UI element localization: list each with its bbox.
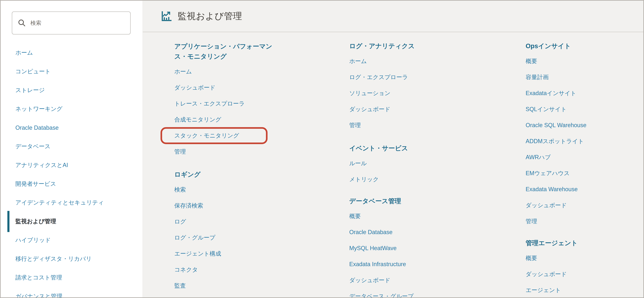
- menu-item[interactable]: SQLインサイト: [526, 101, 644, 117]
- menu-item[interactable]: 合成モニタリング: [174, 112, 281, 128]
- search-icon: [18, 19, 26, 27]
- menu-item[interactable]: ダッシュボード: [526, 197, 644, 213]
- menu-item[interactable]: 検索: [174, 182, 281, 198]
- menu-item-label: 概要: [526, 57, 537, 65]
- sidebar-item-3[interactable]: ストレージ: [1, 81, 142, 100]
- menu-item[interactable]: MySQL HeatWave: [349, 240, 471, 256]
- sidebar-item-5[interactable]: Oracle Database: [1, 118, 142, 137]
- menu-item[interactable]: Oracle SQL Warehouse: [526, 117, 644, 133]
- section-title[interactable]: 管理エージェント: [526, 236, 644, 250]
- menu-item-label: ホーム: [349, 57, 367, 65]
- menu-item[interactable]: ダッシュボード: [526, 266, 644, 282]
- menu-item[interactable]: ダッシュボード: [174, 80, 281, 96]
- menu-item[interactable]: 管理: [349, 117, 471, 133]
- menu-item-label: ログ・グループ: [174, 234, 215, 242]
- menu-item[interactable]: 概要: [526, 53, 644, 69]
- section-items: 検索保存済検索ログログ・グループエージェント構成コネクタ監査: [174, 182, 281, 294]
- menu-item[interactable]: Oracle Database: [349, 224, 471, 240]
- section-title[interactable]: Opsインサイト: [526, 39, 644, 53]
- search-input[interactable]: [30, 20, 120, 26]
- menu-item[interactable]: Exadataインサイト: [526, 85, 644, 101]
- menu-column-1: アプリケーション・パフォーマンス・モニタリングホームダッシュボードトレース・エク…: [174, 33, 281, 294]
- menu-item[interactable]: ADDMスポットライト: [526, 133, 644, 149]
- section-title[interactable]: データベース管理: [349, 194, 471, 208]
- sidebar-item-12[interactable]: 移行とディザスタ・リカバリ: [1, 250, 142, 268]
- sidebar-item-8[interactable]: 開発者サービス: [1, 175, 142, 193]
- sidebar: ホームコンピュートストレージネットワーキングOracle Databaseデータ…: [1, 1, 143, 297]
- menu-section: ログ・アナリティクスホームログ・エクスプローラソリューションダッシュボード管理: [349, 39, 471, 133]
- menu-item[interactable]: AWRハブ: [526, 149, 644, 165]
- page-header: 監視および管理: [143, 1, 643, 32]
- menu-item-label: ログ: [174, 218, 186, 226]
- menu-item[interactable]: Exadata Warehouse: [526, 181, 644, 197]
- menu-item-label: 容量計画: [526, 73, 549, 81]
- section-items: 概要Oracle DatabaseMySQL HeatWaveExadata I…: [349, 208, 471, 298]
- sidebar-item-13[interactable]: 請求とコスト管理: [1, 268, 142, 287]
- section-title[interactable]: アプリケーション・パフォーマンス・モニタリング: [174, 39, 281, 63]
- menu-item[interactable]: 概要: [349, 208, 471, 224]
- menu-item[interactable]: EMウェアハウス: [526, 165, 644, 181]
- menu-item[interactable]: トレース・エクスプローラ: [174, 96, 281, 112]
- sidebar-item-4[interactable]: ネットワーキング: [1, 100, 142, 118]
- menu-item-label: Exadata Infrastructure: [349, 261, 406, 268]
- menu-item[interactable]: 保存済検索: [174, 198, 281, 214]
- menu-item[interactable]: ルール: [349, 155, 471, 171]
- menu-item[interactable]: Exadata Infrastructure: [349, 256, 471, 272]
- sidebar-item-label: アナリティクスとAI: [16, 161, 68, 169]
- menu-item[interactable]: ダッシュボード: [349, 101, 471, 117]
- menu-item-label: 検索: [174, 186, 186, 194]
- sidebar-item-label: アイデンティティとセキュリティ: [16, 199, 104, 207]
- menu-item[interactable]: ログ・グループ: [174, 230, 281, 246]
- section-title[interactable]: イベント・サービス: [349, 141, 471, 155]
- search-box: [12, 11, 130, 34]
- menu-item-label: SQLインサイト: [526, 105, 566, 113]
- sidebar-item-label: ネットワーキング: [16, 105, 62, 113]
- sidebar-item-label: ハイブリッド: [16, 236, 51, 244]
- menu-item[interactable]: 監査: [174, 278, 281, 294]
- menu-item[interactable]: エージェント構成: [174, 246, 281, 262]
- menu-item[interactable]: データベース・グループ: [349, 288, 471, 298]
- menu-item[interactable]: ホーム: [349, 53, 471, 69]
- menu-item-label: Oracle Database: [349, 229, 392, 236]
- menu-item-label: 合成モニタリング: [174, 116, 221, 124]
- sidebar-item-label: 監視および管理: [16, 218, 56, 225]
- menu-item[interactable]: ログ: [174, 214, 281, 230]
- sidebar-nav: ホームコンピュートストレージネットワーキングOracle Databaseデータ…: [1, 1, 142, 298]
- menu-item[interactable]: スタック・モニタリング: [174, 128, 281, 144]
- menu-item[interactable]: 容量計画: [526, 69, 644, 85]
- menu-item[interactable]: ダッシュボード: [349, 272, 471, 288]
- menu-item[interactable]: メトリック: [349, 171, 471, 187]
- sidebar-item-label: コンピュート: [16, 68, 50, 75]
- menu-item[interactable]: 概要: [526, 250, 644, 266]
- menu-item[interactable]: 管理: [174, 144, 281, 160]
- sidebar-item-2[interactable]: コンピュート: [1, 62, 142, 81]
- menu-item-label: スタック・モニタリング: [174, 132, 239, 140]
- menu-item[interactable]: エージェント: [526, 282, 644, 298]
- sidebar-item-6[interactable]: データベース: [1, 137, 142, 156]
- menu-item-label: ログ・エクスプローラ: [349, 73, 408, 81]
- page-title: 監視および管理: [178, 10, 242, 22]
- bar-chart-trend-icon: [161, 10, 172, 22]
- menu-item[interactable]: ソリューション: [349, 85, 471, 101]
- menu-item-label: メトリック: [349, 176, 379, 183]
- section-title[interactable]: ロギング: [174, 168, 281, 182]
- menu-item-label: AWRハブ: [526, 153, 550, 161]
- oci-console-menu-page: ホームコンピュートストレージネットワーキングOracle Databaseデータ…: [0, 0, 644, 298]
- sidebar-item-9[interactable]: アイデンティティとセキュリティ: [1, 193, 142, 212]
- menu-item[interactable]: ホーム: [174, 63, 281, 80]
- sidebar-item-1[interactable]: ホーム: [1, 43, 142, 62]
- menu-item[interactable]: コネクタ: [174, 262, 281, 278]
- sidebar-item-7[interactable]: アナリティクスとAI: [1, 156, 142, 175]
- menu-item-label: 管理: [526, 218, 537, 225]
- sidebar-item-10[interactable]: 監視および管理: [1, 212, 142, 231]
- menu-item-label: ソリューション: [349, 89, 390, 97]
- sidebar-item-label: データベース: [16, 143, 50, 150]
- section-title[interactable]: ログ・アナリティクス: [349, 39, 471, 53]
- menu-item-label: ダッシュボード: [174, 84, 216, 92]
- section-items: 概要容量計画ExadataインサイトSQLインサイトOracle SQL War…: [526, 53, 644, 229]
- menu-section: アプリケーション・パフォーマンス・モニタリングホームダッシュボードトレース・エク…: [174, 39, 281, 160]
- sidebar-item-11[interactable]: ハイブリッド: [1, 231, 142, 250]
- menu-item[interactable]: 管理: [526, 213, 644, 229]
- menu-item[interactable]: ログ・エクスプローラ: [349, 69, 471, 85]
- sidebar-item-14[interactable]: ガバナンスと管理: [1, 287, 142, 298]
